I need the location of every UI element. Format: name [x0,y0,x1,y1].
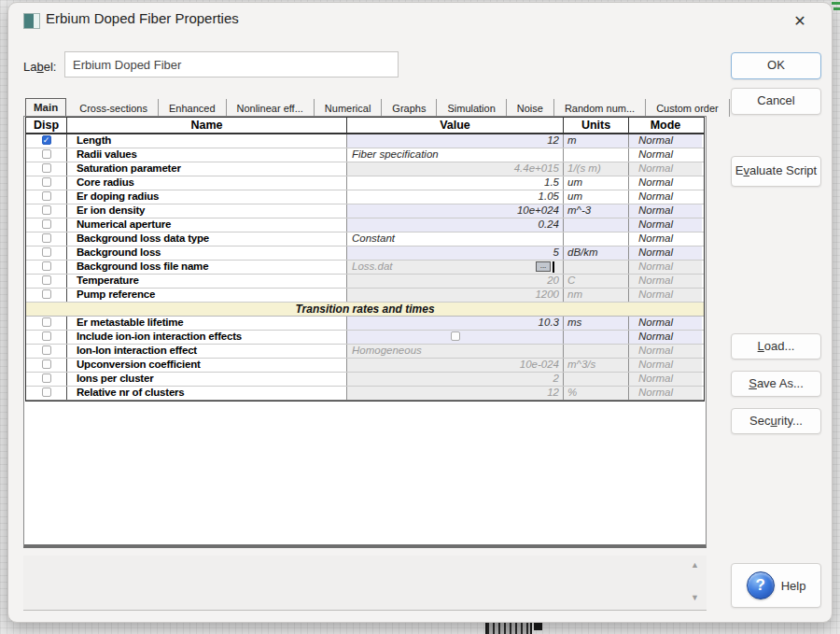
disp-checkbox[interactable] [42,205,51,215]
param-name: Er metastable lifetime [67,317,347,330]
param-table-header: DispNameValueUnitsMode [26,118,704,134]
tab-enhanced[interactable]: Enhanced [159,99,227,117]
value-checkbox[interactable] [451,331,460,341]
param-name: Numerical aperture [67,218,347,232]
security-button[interactable]: Security... [731,408,821,434]
param-row: ✓Length12mNormal [26,134,704,148]
param-name: Er doping radius [67,190,347,204]
properties-dialog: Erbium Doped Fiber Properties ✕ Label: M… [7,2,833,623]
disp-cell [26,373,67,386]
help-button[interactable]: ? Help [731,563,821,608]
disp-checkbox[interactable]: ✓ [42,135,51,145]
disp-cell [26,232,67,246]
label-input[interactable] [64,51,399,77]
param-units: m [564,134,629,148]
param-units [564,218,629,232]
security-label-post: rity... [777,414,803,428]
disp-cell [26,275,67,288]
tab-graphs[interactable]: Graphs [382,99,437,117]
param-row: Er doping radius1.05umNormal [26,190,704,204]
param-mode: Normal [629,218,702,232]
param-row: Relative nr of clusters12%Normal [26,387,704,401]
param-value: 12 [347,134,564,148]
help-label: Help [781,579,806,593]
security-label-pre: Sec [749,414,770,428]
disp-cell [26,162,67,176]
tab-cross-sections[interactable]: Cross-sections [69,99,159,117]
disp-checkbox[interactable] [42,275,51,285]
disp-checkbox[interactable] [42,387,51,397]
disp-cell [26,345,67,358]
parameter-table-frame: DispNameValueUnitsMode ✓Length12mNormalR… [23,116,707,548]
disp-checkbox[interactable] [42,261,51,271]
param-name: Background loss data type [67,232,347,246]
section-row: Transition rates and times [26,303,704,317]
disp-checkbox[interactable] [42,373,51,383]
disp-cell [26,247,67,260]
param-row: Pump reference1200nmNormal [26,289,704,303]
tab-numerical[interactable]: Numerical [315,99,383,117]
tab-simulation[interactable]: Simulation [437,99,506,117]
disp-checkbox[interactable] [42,359,51,369]
disp-checkbox[interactable] [42,163,51,173]
param-name: Relative nr of clusters [67,387,347,400]
tab-noise[interactable]: Noise [507,99,554,117]
security-label-mnemonic: u [770,414,777,428]
component-port-icon [534,622,542,630]
disp-checkbox[interactable] [42,317,51,327]
load-button[interactable]: Load... [731,333,821,359]
disp-checkbox[interactable] [42,149,51,159]
param-row: Temperature20CNormal [26,275,704,289]
param-mode: Normal [629,359,702,372]
disp-cell [26,317,67,330]
disp-checkbox[interactable] [42,289,51,299]
close-icon[interactable]: ✕ [787,8,813,35]
disp-cell [26,204,67,218]
param-units: m^3/s [564,359,629,372]
disp-checkbox[interactable] [42,331,51,341]
text-caret [553,261,554,273]
param-name: Saturation parameter [67,162,347,176]
param-row: Core radius1.5umNormal [26,176,704,190]
help-icon: ? [747,571,775,599]
disp-checkbox[interactable] [42,219,51,229]
disp-checkbox[interactable] [42,177,51,187]
param-value: Homogeneous [347,345,564,358]
tab-nonlinear-eff[interactable]: Nonlinear eff... [227,99,315,117]
param-units: um [564,176,629,190]
disp-checkbox[interactable] [42,345,51,355]
param-value [347,331,564,344]
evaluate-label-post: aluate Script [749,163,817,177]
param-value: 1200 [347,289,564,302]
disp-checkbox[interactable] [42,233,51,243]
param-name: Ion-Ion interaction effect [67,345,347,358]
param-units [564,345,629,358]
tab-bar: MainCross-sectionsEnhancedNonlinear eff.… [25,95,737,117]
param-table-body: ✓Length12mNormalRadii valuesFiber specif… [26,134,704,401]
save-as-button[interactable]: Save As... [731,371,821,397]
param-units: % [564,387,629,400]
param-mode: Normal [629,162,702,176]
param-row: Radii valuesFiber specificationNormal [26,148,704,162]
disp-checkbox[interactable] [42,191,51,201]
column-header-value: Value [347,118,564,133]
evaluate-script-button[interactable]: Evaluate Script [731,156,821,187]
param-units: C [564,275,629,288]
load-label-mnemonic: L [758,339,764,353]
browse-button[interactable]: ... [536,261,551,272]
tab-random-num[interactable]: Random num... [554,99,646,117]
scroll-up-icon[interactable]: ▲ [691,560,699,570]
param-units [564,148,629,162]
file-name: Loss.dat [352,261,392,272]
disp-checkbox[interactable] [42,247,51,257]
cancel-button[interactable]: Cancel [731,88,821,115]
disp-cell [26,261,67,274]
scroll-down-icon[interactable]: ▼ [691,593,699,602]
column-header-units: Units [564,118,629,133]
ok-button[interactable]: OK [731,52,821,79]
disp-cell [26,387,67,400]
label-caption-pre: La [23,60,36,74]
tab-custom-order[interactable]: Custom order [646,99,730,117]
tab-main[interactable]: Main [25,98,66,118]
param-units [564,261,629,274]
